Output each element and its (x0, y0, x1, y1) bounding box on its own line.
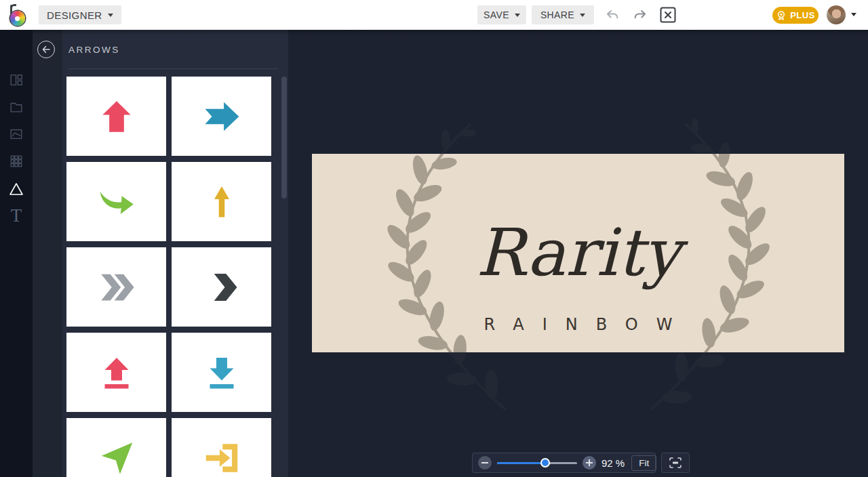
undo-icon (604, 7, 620, 23)
graphic-thumbnail-arrow-up-solid[interactable] (66, 77, 166, 156)
redo-icon (632, 7, 648, 23)
graphics-grid (66, 77, 271, 477)
zoom-in-button[interactable] (583, 456, 596, 470)
sidebar-item-templates[interactable] (0, 66, 33, 94)
app-mode-dropdown[interactable]: DESIGNER (39, 5, 121, 24)
save-label: SAVE (484, 9, 509, 20)
folder-icon (9, 100, 24, 115)
plus-upgrade-button[interactable]: PLUS (772, 7, 818, 24)
graphic-thumbnail-arrow-curved-right[interactable] (66, 162, 166, 241)
minus-icon (481, 462, 488, 463)
zoom-slider[interactable] (497, 456, 577, 470)
fullscreen-icon (668, 456, 683, 470)
graphic-thumbnail-chevron-right[interactable] (172, 247, 271, 327)
redo-button[interactable] (631, 7, 650, 23)
designer-app: DESIGNER SAVE SHARE (0, 0, 868, 477)
graphic-thumbnail-double-chevron-right[interactable] (66, 247, 166, 327)
zoom-toolbar: 92 % Fit (472, 453, 656, 473)
graphics-panel: ARROWS (33, 30, 288, 477)
double-chevron-right-icon (95, 266, 138, 308)
grid-icon (9, 154, 24, 169)
text-icon: T (11, 207, 22, 225)
arrow-curved-right-icon (94, 181, 139, 223)
chevron-down-icon (515, 14, 520, 17)
fullscreen-button[interactable] (661, 453, 690, 473)
user-avatar[interactable] (827, 5, 846, 24)
panel-title: ARROWS (68, 45, 120, 55)
befunky-logo-icon (5, 3, 31, 28)
sidebar-item-text[interactable]: T (0, 202, 33, 229)
graphic-thumbnail-arrow-sign-in[interactable] (172, 418, 271, 477)
undo-button[interactable] (603, 7, 622, 23)
account-menu-caret[interactable] (851, 13, 856, 16)
sidebar-item-projects[interactable] (0, 94, 33, 121)
arrow-cursor-up-right-icon (96, 437, 138, 477)
sidebar-item-patterns[interactable] (0, 148, 33, 175)
topbar: DESIGNER SAVE SHARE (0, 0, 868, 30)
graphic-thumbnail-arrow-cursor-up-right[interactable] (66, 418, 166, 477)
arrow-upload-icon (96, 352, 137, 394)
arrow-right-notched-tail-icon (199, 96, 245, 138)
zoom-slider-fill (497, 462, 545, 464)
save-button[interactable]: SAVE (477, 5, 526, 24)
app-mode-label: DESIGNER (47, 9, 102, 21)
arrow-up-narrow-icon (201, 181, 242, 223)
graphic-thumbnail-arrow-up-narrow[interactable] (172, 162, 271, 241)
arrow-left-icon (41, 44, 52, 55)
fit-button[interactable]: Fit (631, 455, 656, 471)
close-icon (659, 6, 677, 24)
zoom-slider-thumb[interactable] (540, 458, 550, 468)
sidebar: T (0, 30, 33, 477)
panel-scrollbar[interactable] (281, 77, 287, 199)
design-title-text[interactable]: Rarity (312, 199, 844, 307)
plus-label: PLUS (790, 10, 815, 20)
share-label: SHARE (540, 9, 574, 20)
arrow-download-icon (201, 352, 242, 394)
triangle-icon (8, 181, 24, 197)
design-subtitle-text[interactable]: RAINBOW (312, 315, 844, 334)
graphic-thumbnail-arrow-right-notched-tail[interactable] (172, 77, 271, 156)
award-badge-icon (776, 10, 787, 21)
zoom-percentage: 92 % (601, 457, 625, 469)
chevron-down-icon (580, 14, 585, 17)
layout-icon (9, 72, 24, 87)
image-icon (9, 127, 24, 142)
canvas-workspace[interactable]: Rarity RAINBOW 92 % Fit (288, 30, 868, 477)
graphic-thumbnail-arrow-upload[interactable] (66, 333, 166, 412)
divider (68, 68, 278, 69)
share-button[interactable]: SHARE (532, 5, 594, 24)
graphic-thumbnail-arrow-download[interactable] (172, 333, 271, 412)
chevron-right-icon (201, 266, 242, 308)
zoom-out-button[interactable] (478, 456, 492, 470)
back-button[interactable] (37, 41, 55, 58)
sidebar-item-graphics[interactable] (0, 175, 33, 203)
sidebar-item-image-manager[interactable] (0, 121, 33, 148)
chevron-down-icon (108, 14, 113, 17)
arrow-up-solid-icon (96, 96, 138, 138)
close-project-button[interactable] (658, 6, 677, 22)
artboard-text-layer: Rarity RAINBOW (312, 154, 844, 352)
arrow-sign-in-icon (201, 437, 243, 477)
